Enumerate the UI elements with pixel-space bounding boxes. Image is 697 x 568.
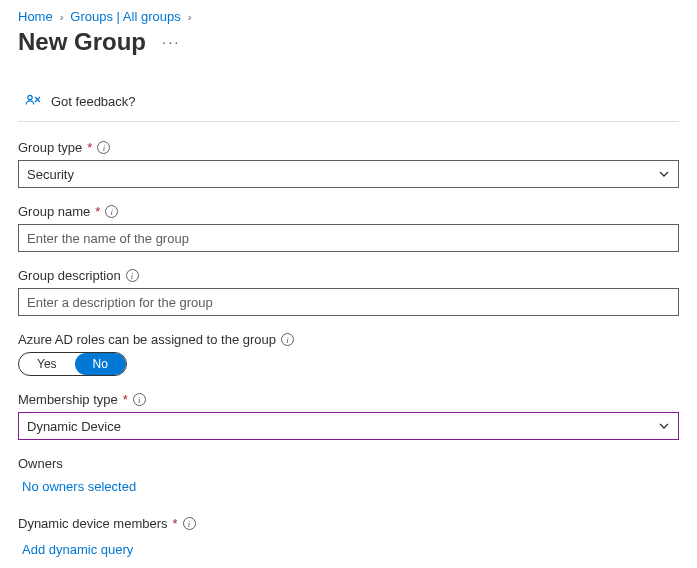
aad-roles-field: Azure AD roles can be assigned to the gr… [18, 332, 679, 376]
dynamic-members-field: Dynamic device members * i Add dynamic q… [18, 516, 679, 563]
info-icon[interactable]: i [281, 333, 294, 346]
owners-link[interactable]: No owners selected [18, 473, 140, 500]
feedback-label: Got feedback? [51, 94, 136, 109]
membership-type-label: Membership type [18, 392, 118, 407]
chevron-right-icon: › [60, 11, 64, 23]
info-icon[interactable]: i [183, 517, 196, 530]
breadcrumb: Home › Groups | All groups › [18, 9, 679, 24]
title-row: New Group ··· [18, 28, 679, 56]
info-icon[interactable]: i [126, 269, 139, 282]
group-description-field: Group description i [18, 268, 679, 316]
breadcrumb-home[interactable]: Home [18, 9, 53, 24]
more-actions-button[interactable]: ··· [162, 33, 181, 50]
group-type-field: Group type * i Security [18, 140, 679, 188]
add-dynamic-query-link[interactable]: Add dynamic query [18, 536, 137, 563]
required-indicator: * [87, 140, 92, 155]
required-indicator: * [173, 516, 178, 531]
toggle-yes[interactable]: Yes [19, 353, 75, 375]
group-type-select[interactable]: Security [18, 160, 679, 188]
chevron-down-icon [658, 168, 670, 180]
chevron-down-icon [658, 420, 670, 432]
membership-type-value: Dynamic Device [27, 419, 121, 434]
membership-type-field: Membership type * i Dynamic Device [18, 392, 679, 440]
group-type-label: Group type [18, 140, 82, 155]
required-indicator: * [95, 204, 100, 219]
toggle-no[interactable]: No [75, 353, 126, 375]
group-type-value: Security [27, 167, 74, 182]
group-description-label: Group description [18, 268, 121, 283]
chevron-right-icon: › [188, 11, 192, 23]
group-name-label: Group name [18, 204, 90, 219]
owners-field: Owners No owners selected [18, 456, 679, 500]
svg-point-0 [28, 95, 32, 99]
aad-roles-label: Azure AD roles can be assigned to the gr… [18, 332, 276, 347]
info-icon[interactable]: i [133, 393, 146, 406]
membership-type-select[interactable]: Dynamic Device [18, 412, 679, 440]
aad-roles-toggle[interactable]: Yes No [18, 352, 127, 376]
info-icon[interactable]: i [97, 141, 110, 154]
info-icon[interactable]: i [105, 205, 118, 218]
group-name-input[interactable] [18, 224, 679, 252]
owners-label: Owners [18, 456, 679, 471]
feedback-link[interactable]: Got feedback? [18, 84, 679, 122]
required-indicator: * [123, 392, 128, 407]
dynamic-members-label: Dynamic device members [18, 516, 168, 531]
group-name-field: Group name * i [18, 204, 679, 252]
group-description-input[interactable] [18, 288, 679, 316]
page-title: New Group [18, 28, 146, 56]
feedback-icon [24, 92, 42, 110]
breadcrumb-groups[interactable]: Groups | All groups [70, 9, 180, 24]
